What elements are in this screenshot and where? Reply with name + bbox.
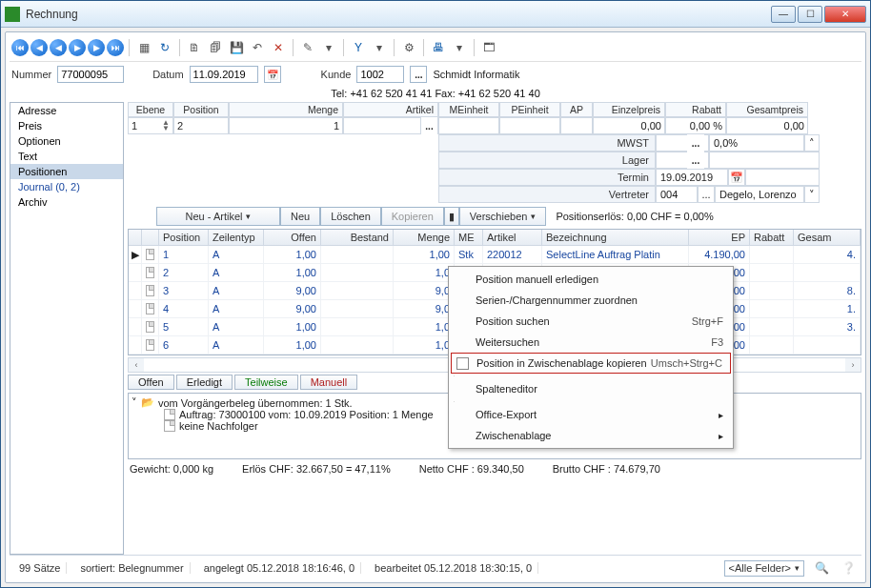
sidebar-item-archiv[interactable]: Archiv <box>10 194 123 210</box>
col-rabatt[interactable]: Rabatt <box>750 230 794 246</box>
refresh-icon[interactable]: ↻ <box>155 38 174 57</box>
scroll-right-icon[interactable]: › <box>845 358 861 372</box>
col-offen[interactable]: Offen <box>264 230 321 246</box>
loeschen-button[interactable]: Löschen <box>320 207 381 226</box>
tab-teilweise[interactable]: Teilweise <box>234 375 298 390</box>
kunde-lookup-button[interactable]: ... <box>410 66 427 83</box>
filter-icon[interactable]: Y <box>349 38 368 57</box>
context-menu-item[interactable]: Zwischenablage <box>451 425 731 446</box>
button-bar: Neu - Artikel Neu Löschen Kopieren ▮ Ver… <box>128 207 861 226</box>
sidebar-item-positionen[interactable]: Positionen <box>10 164 123 179</box>
col-menge[interactable]: Menge <box>394 230 455 246</box>
meinheit-input[interactable] <box>438 117 499 134</box>
peinheit-input[interactable] <box>499 117 560 134</box>
context-menu-item[interactable]: Position manuell erledigen <box>451 269 731 290</box>
sidebar-item-preis[interactable]: Preis <box>10 118 123 133</box>
einzelpreis-input[interactable]: 0,00 <box>593 117 665 134</box>
context-menu-item[interactable]: Office-Export <box>451 404 731 425</box>
col-position[interactable]: Position <box>159 230 209 246</box>
sidebar-item-text[interactable]: Text <box>10 149 123 164</box>
close-button[interactable]: ✕ <box>824 6 866 23</box>
ap-input[interactable] <box>560 117 593 134</box>
kunde-input[interactable] <box>356 66 404 83</box>
sidebar-item-adresse[interactable]: Adresse <box>10 103 123 118</box>
col-me[interactable]: ME <box>455 230 483 246</box>
nav-prev-page-icon[interactable]: ◀ <box>30 39 48 56</box>
col-gesam[interactable]: Gesam <box>794 230 861 246</box>
vertreter-name: Degelo, Lorenzo <box>715 186 804 203</box>
table-row[interactable]: ▶1A1,001,00Stk220012SelectLine Auftrag P… <box>129 246 861 264</box>
wand-icon[interactable]: ✎ <box>298 38 317 57</box>
nav-last-icon[interactable]: ⏭ <box>107 39 124 56</box>
titlebar[interactable]: Rechnung — ☐ ✕ <box>1 1 870 28</box>
neu-artikel-button[interactable]: Neu - Artikel <box>156 207 280 226</box>
minimize-button[interactable]: — <box>771 6 796 23</box>
context-menu-item[interactable]: Serien-/Chargennummer zuordnen <box>451 290 731 311</box>
spinner-icon[interactable]: ▲▼ <box>162 120 170 132</box>
vertreter-value[interactable]: 004 <box>656 186 698 203</box>
lager-lookup-button[interactable]: ... <box>687 152 704 169</box>
tab-erledigt[interactable]: Erledigt <box>176 375 233 390</box>
context-menu-item[interactable]: Position in Zwischenablage kopierenUmsch… <box>451 353 731 374</box>
vertreter-lookup-button[interactable]: ... <box>698 186 715 203</box>
copy-sep-icon[interactable]: ▮ <box>444 207 459 226</box>
scroll-up-icon[interactable]: ˄ <box>804 134 820 152</box>
nav-first-icon[interactable]: ⏮ <box>11 39 29 56</box>
col-artikel[interactable]: Artikel <box>483 230 542 246</box>
rabatt-input[interactable]: 0,00 % <box>665 117 726 134</box>
ebene-input[interactable]: 1 <box>132 120 137 132</box>
filter-combo[interactable]: <Alle Felder> <box>724 560 804 577</box>
sidebar-item-journal[interactable]: Journal (0, 2) <box>10 179 123 194</box>
dropdown-icon[interactable]: ▾ <box>319 38 338 57</box>
undo-icon[interactable]: ↶ <box>248 38 267 57</box>
menge-input[interactable]: 1 <box>229 117 343 134</box>
tree-toggle-icon[interactable]: ˅ <box>132 396 137 409</box>
tree-line2[interactable]: Auftrag: 73000100 vom: 10.09.2019 Positi… <box>179 409 434 420</box>
kunde-label: Kunde <box>321 69 352 80</box>
col-bestand[interactable]: Bestand <box>321 230 394 246</box>
context-menu-item[interactable]: Position suchenStrg+F <box>451 311 731 332</box>
nav-next-page-icon[interactable]: ▶ <box>88 39 105 56</box>
nav-next-icon[interactable]: ▶ <box>69 39 86 56</box>
col-ep[interactable]: EP <box>689 230 750 246</box>
lager-value[interactable] <box>709 152 820 169</box>
scroll-left-icon[interactable]: ‹ <box>129 358 144 372</box>
sidebar: Adresse Preis Optionen Text Positionen J… <box>10 102 124 555</box>
mwst-lookup-button[interactable]: ... <box>687 134 704 152</box>
dropdown3-icon[interactable]: ▾ <box>450 38 469 57</box>
filter-clear-icon[interactable]: 🔍 <box>812 558 831 578</box>
context-menu-item[interactable]: WeitersuchenF3 <box>451 332 731 353</box>
copy-icon[interactable]: 🗐 <box>206 38 225 57</box>
neu-button[interactable]: Neu <box>280 207 320 226</box>
gesamtpreis-input[interactable]: 0,00 <box>726 117 808 134</box>
nav-prev-icon[interactable]: ◀ <box>50 39 67 56</box>
col-bezeichnung[interactable]: Bezeichnung <box>542 230 689 246</box>
dropdown2-icon[interactable]: ▾ <box>370 38 389 57</box>
position-input[interactable]: 2 <box>173 117 229 134</box>
page-icon <box>164 420 175 432</box>
scroll-down-icon[interactable]: ˅ <box>804 186 820 203</box>
termin-calendar-icon[interactable]: 📅 <box>728 169 745 186</box>
print-icon[interactable]: 🖶 <box>429 38 448 57</box>
help-icon[interactable]: ❔ <box>839 558 858 578</box>
positionserlos-label: Positionserlös: 0,00 CHF = 0,00% <box>556 211 713 222</box>
context-menu-item[interactable]: Spalteneditor <box>451 378 731 399</box>
artikel-lookup-button[interactable]: ... <box>420 117 437 134</box>
verschieben-button[interactable]: Verschieben <box>459 207 547 226</box>
delete-icon[interactable]: ✕ <box>269 38 288 57</box>
maximize-button[interactable]: ☐ <box>798 6 822 23</box>
tab-offen[interactable]: Offen <box>128 375 174 390</box>
termin-value[interactable]: 19.09.2019 <box>656 169 728 186</box>
settings-icon[interactable]: ⚙ <box>399 38 418 57</box>
calendar-icon[interactable]: 📅 <box>264 66 281 83</box>
save-icon[interactable]: 💾 <box>227 38 246 57</box>
datum-input[interactable] <box>190 66 258 83</box>
nummer-input[interactable] <box>57 66 124 83</box>
col-zeilentyp[interactable]: Zeilentyp <box>209 230 264 246</box>
sidebar-item-optionen[interactable]: Optionen <box>10 133 123 149</box>
tab-manuell[interactable]: Manuell <box>300 375 358 390</box>
grid-icon[interactable]: ▦ <box>134 38 153 57</box>
new-icon[interactable]: 🗎 <box>185 38 204 57</box>
form-icon[interactable]: 🗔 <box>479 38 498 57</box>
kopieren-button[interactable]: Kopieren <box>381 207 444 226</box>
